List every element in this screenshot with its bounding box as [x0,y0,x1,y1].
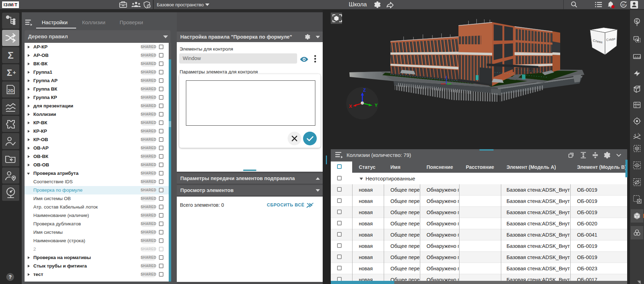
svg-text:Σ: Σ [8,50,14,61]
svg-text:Y: Y [375,103,378,108]
svg-text:10: 10 [622,4,625,6]
svg-text:+: + [13,70,16,75]
svg-text:Z: Z [363,87,366,93]
svg-text:2: 2 [638,133,639,135]
svg-text:2D: 2D [8,88,14,93]
svg-text:Σ: Σ [7,67,12,78]
svg-text:X: X [349,104,352,109]
svg-text:1: 1 [635,133,636,136]
